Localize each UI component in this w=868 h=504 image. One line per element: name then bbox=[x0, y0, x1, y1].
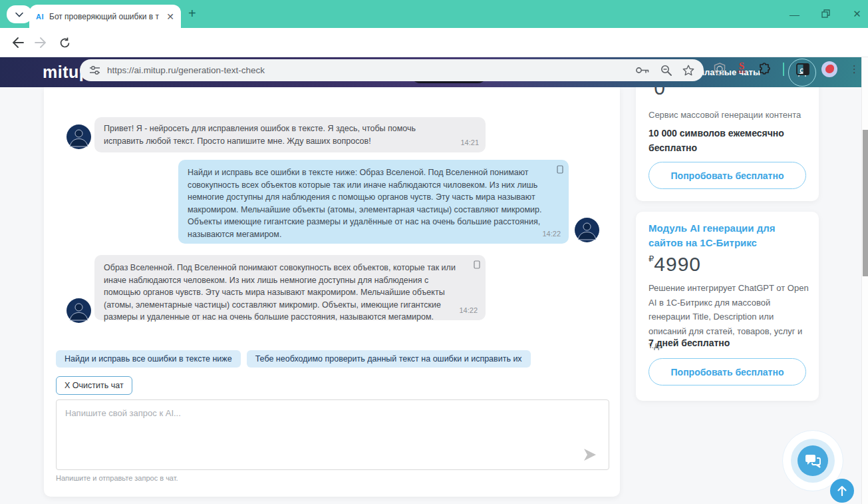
tab-title: Бот проверяющий ошибки в т bbox=[49, 12, 162, 21]
bot-message-text: Привет! Я - нейросеть для исправления ош… bbox=[104, 124, 416, 146]
refresh-icon bbox=[59, 37, 71, 49]
try-free-button[interactable]: Попробовать бесплатно bbox=[649, 162, 806, 189]
browser-profile-avatar[interactable] bbox=[821, 61, 837, 77]
suggestion-chips: Найди и исправь все ошибки в тексте ниже… bbox=[56, 350, 531, 368]
scroll-to-top-button[interactable] bbox=[830, 479, 854, 503]
chevron-down-icon bbox=[15, 12, 23, 17]
profile-bird-icon bbox=[825, 65, 834, 73]
chat-input[interactable] bbox=[56, 399, 609, 470]
refresh-button[interactable] bbox=[57, 35, 72, 50]
copy-icon[interactable] bbox=[474, 260, 480, 269]
input-hint: Напишите и отправьте запрос в чат. bbox=[56, 474, 178, 482]
toolbar-divider bbox=[783, 63, 784, 76]
suggestion-chip[interactable]: Тебе необходимо проверить данный текст н… bbox=[247, 350, 531, 368]
new-tab-icon[interactable]: + bbox=[188, 6, 196, 21]
address-bar-icons bbox=[635, 65, 694, 76]
message-time: 14:22 bbox=[459, 304, 478, 317]
card-feature: 7 дней бесплатно bbox=[649, 336, 730, 350]
adblock-shield-icon[interactable] bbox=[714, 63, 726, 76]
browser-tab[interactable]: AI Бот проверяющий ошибки в т ✕ bbox=[29, 5, 181, 28]
site-settings-icon[interactable] bbox=[89, 65, 100, 75]
message-time: 14:21 bbox=[460, 136, 479, 149]
tab-strip: AI Бот проверяющий ошибки в т ✕ + — ✕ bbox=[0, 0, 868, 28]
password-key-icon[interactable] bbox=[635, 66, 650, 75]
url-text[interactable]: https://ai.mitup.ru/generation-text-chec… bbox=[107, 65, 635, 75]
user-avatar bbox=[575, 218, 599, 242]
chat-bubbles-icon bbox=[805, 453, 821, 468]
side-panel-icon[interactable] bbox=[796, 63, 809, 75]
extensions-puzzle-icon[interactable] bbox=[758, 63, 771, 76]
restore-icon[interactable] bbox=[820, 9, 831, 20]
price: ₽4990 bbox=[649, 253, 701, 276]
address-bar[interactable]: https://ai.mitup.ru/generation-text-chec… bbox=[80, 59, 704, 81]
copy-icon[interactable] bbox=[557, 165, 563, 174]
seo-extension-icon[interactable]: SSEO bbox=[738, 63, 746, 75]
minimize-icon[interactable]: — bbox=[789, 9, 800, 20]
close-window-icon[interactable]: ✕ bbox=[851, 8, 863, 20]
window-controls: — ✕ bbox=[789, 0, 863, 28]
card-subtitle: Сервис массовой генерации контента bbox=[649, 110, 808, 120]
back-icon bbox=[12, 37, 24, 48]
bot-message: Образ Вселенной. Под Вселенной понимают … bbox=[94, 255, 486, 320]
zoom-icon[interactable] bbox=[660, 65, 672, 76]
extensions-area: SSEO ⋮ bbox=[714, 61, 859, 77]
send-icon[interactable] bbox=[580, 445, 600, 465]
message-time: 14:22 bbox=[542, 228, 561, 240]
bookmark-star-icon[interactable] bbox=[682, 65, 694, 76]
bot-avatar bbox=[67, 125, 91, 149]
try-free-button[interactable]: Попробовать бесплатно bbox=[649, 358, 806, 385]
forward-icon bbox=[35, 37, 47, 48]
card-title-link[interactable]: Модуль AI генерации для сайтов на 1С-Бит… bbox=[649, 221, 805, 250]
user-message-text: Найди и исправь все ошибки в тексте ниже… bbox=[188, 168, 541, 239]
card-feature: 10 000 символов ежемесячно бесплатно bbox=[649, 126, 799, 155]
bot-message-text: Образ Вселенной. Под Вселенной понимают … bbox=[104, 263, 456, 322]
page-scrollbar[interactable] bbox=[861, 57, 868, 504]
tab-close-icon[interactable]: ✕ bbox=[166, 11, 174, 22]
suggestion-chip[interactable]: Найди и исправь все ошибки в тексте ниже bbox=[56, 350, 241, 368]
forward-button[interactable] bbox=[33, 35, 48, 50]
back-button[interactable] bbox=[11, 35, 25, 50]
browser-menu-icon[interactable]: ⋮ bbox=[849, 63, 859, 75]
tab-favicon: AI bbox=[36, 13, 44, 21]
browser-toolbar: https://ai.mitup.ru/generation-text-chec… bbox=[0, 28, 868, 57]
clear-chat-button[interactable]: X Очистить чат bbox=[56, 376, 132, 395]
scrollbar-thumb[interactable] bbox=[863, 130, 868, 276]
tab-search-button[interactable] bbox=[7, 5, 32, 23]
bot-message: Привет! Я - нейросеть для исправления ош… bbox=[94, 117, 486, 152]
browser-window: AI Бот проверяющий ошибки в т ✕ + — ✕ ht… bbox=[0, 0, 868, 504]
arrow-up-icon bbox=[837, 485, 847, 496]
pricing-card-bitrix: Модуль AI генерации для сайтов на 1С-Бит… bbox=[636, 212, 819, 401]
user-message: Найди и исправь все ошибки в тексте ниже… bbox=[178, 160, 569, 244]
bot-avatar bbox=[67, 298, 91, 323]
